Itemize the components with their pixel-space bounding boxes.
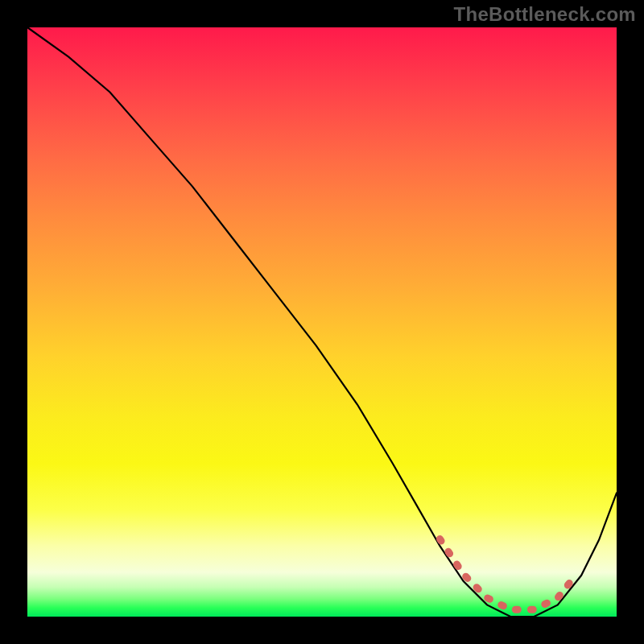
chart-frame: TheBottleneck.com [0, 0, 644, 644]
chart-svg [27, 27, 617, 617]
attribution-label: TheBottleneck.com [454, 3, 636, 26]
bottleneck-curve-path [27, 27, 617, 617]
chart-plot-area [27, 27, 617, 617]
